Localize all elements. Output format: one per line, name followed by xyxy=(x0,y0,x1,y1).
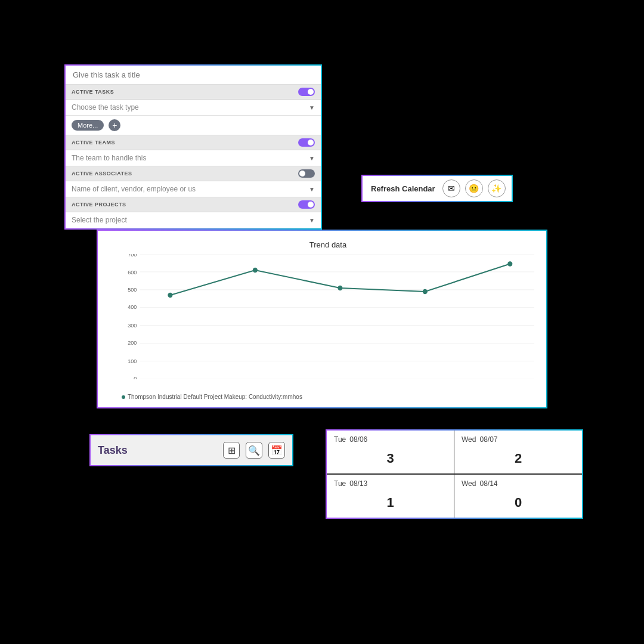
sparkle-icon: ✨ xyxy=(491,184,501,193)
add-button[interactable]: + xyxy=(109,119,120,131)
chart-legend: Thompson Industrial Default Project Make… xyxy=(122,394,302,400)
email-icon-button[interactable]: ✉ xyxy=(442,179,460,197)
associate-text: Name of client, vendor, employee or us xyxy=(72,185,309,193)
calendar-tasks-button[interactable]: 📅 xyxy=(268,442,285,459)
calendar-row-2: Tue 08/13 1 Wed 08/14 0 xyxy=(327,475,582,518)
more-button[interactable]: More... xyxy=(72,120,104,131)
task-title-input[interactable] xyxy=(66,66,321,85)
cal-day-name-wed2: Wed xyxy=(462,479,476,488)
svg-point-16 xyxy=(168,293,172,298)
cal-value-0807: 2 xyxy=(462,444,575,469)
face-icon: 😐 xyxy=(469,184,479,193)
more-row: More... + xyxy=(66,116,321,135)
project-text: Select the project xyxy=(72,216,309,224)
cal-cell-wed-0807: Wed 08/07 2 xyxy=(454,431,582,475)
svg-text:400: 400 xyxy=(128,304,137,310)
trend-chart: 700 600 500 400 300 200 100 0 1/3/2024 1… xyxy=(122,254,534,379)
tasks-panel: Tasks ⊞ 🔍 📅 xyxy=(89,434,293,466)
svg-text:300: 300 xyxy=(128,323,137,329)
calendar-icon: 📅 xyxy=(271,445,283,456)
active-associates-label: ACTIVE ASSOCIATES xyxy=(72,171,298,177)
svg-text:100: 100 xyxy=(128,358,137,364)
cal-day-name-wed1: Wed xyxy=(462,435,476,444)
cal-value-0814: 0 xyxy=(462,488,575,513)
team-arrow-icon: ▼ xyxy=(309,155,315,162)
chart-area: 700 600 500 400 300 200 100 0 1/3/2024 1… xyxy=(122,254,534,379)
svg-text:200: 200 xyxy=(128,340,137,346)
svg-point-17 xyxy=(253,268,258,273)
chart-panel: Trend data 700 600 500 400 300 200 100 0 xyxy=(97,230,547,408)
refresh-calendar-panel: Refresh Calendar ✉ 😐 ✨ xyxy=(361,175,513,202)
search-tasks-button[interactable]: 🔍 xyxy=(246,442,262,459)
search-icon: 🔍 xyxy=(248,445,260,456)
active-projects-toggle[interactable] xyxy=(298,200,315,209)
calendar-header-row-1: Tue 08/06 3 Wed 08/07 2 xyxy=(327,431,582,475)
emoji-icon-button[interactable]: 😐 xyxy=(465,179,483,197)
legend-text: Thompson Industrial Default Project Make… xyxy=(128,394,302,400)
cal-day-name-tue2: Tue xyxy=(334,479,346,488)
cal-cell-tue-0806: Tue 08/06 3 xyxy=(327,431,454,475)
task-type-dropdown-row: Choose the task type ▼ xyxy=(66,100,321,116)
active-tasks-row: ACTIVE TASKS xyxy=(66,85,321,100)
svg-text:0: 0 xyxy=(134,376,137,379)
active-tasks-label: ACTIVE TASKS xyxy=(72,89,298,95)
cal-day-date-0806: 08/06 xyxy=(349,435,367,444)
task-form-panel: ACTIVE TASKS Choose the task type ▼ More… xyxy=(64,64,322,230)
project-arrow-icon: ▼ xyxy=(309,217,315,224)
sparkle-icon-button[interactable]: ✨ xyxy=(488,179,506,197)
active-projects-label: ACTIVE PROJECTS xyxy=(72,202,298,208)
team-text: The team to handle this xyxy=(72,154,309,162)
cal-day-name-tue1: Tue xyxy=(334,435,346,444)
cal-cell-wed-0814: Wed 08/14 0 xyxy=(454,475,582,518)
email-icon: ✉ xyxy=(448,184,455,193)
active-teams-label: ACTIVE TEAMS xyxy=(72,140,298,145)
cal-value-0806: 3 xyxy=(334,444,447,469)
svg-point-19 xyxy=(423,289,428,294)
active-teams-toggle[interactable] xyxy=(298,138,315,147)
task-type-text: Choose the task type xyxy=(72,103,309,112)
active-teams-row: ACTIVE TEAMS xyxy=(66,135,321,150)
cal-day-date-0807: 08/07 xyxy=(479,435,497,444)
add-task-button[interactable]: ⊞ xyxy=(223,442,240,459)
svg-text:700: 700 xyxy=(128,254,137,258)
active-projects-row: ACTIVE PROJECTS xyxy=(66,197,321,212)
chart-title: Trend data xyxy=(122,240,534,249)
associate-arrow-icon: ▼ xyxy=(309,186,315,193)
cal-value-0813: 1 xyxy=(334,488,447,513)
svg-point-18 xyxy=(338,286,342,290)
associate-dropdown-row: Name of client, vendor, employee or us ▼ xyxy=(66,181,321,197)
team-dropdown-row: The team to handle this ▼ xyxy=(66,150,321,166)
cal-day-date-0813: 08/13 xyxy=(349,479,367,488)
cal-day-date-0814: 08/14 xyxy=(479,479,497,488)
svg-point-20 xyxy=(507,261,512,266)
active-associates-toggle[interactable] xyxy=(298,169,315,178)
plus-icon: ⊞ xyxy=(228,445,236,456)
legend-dot-icon xyxy=(122,395,125,399)
svg-text:600: 600 xyxy=(128,269,137,275)
cal-cell-tue-0813: Tue 08/13 1 xyxy=(327,475,454,518)
task-type-arrow-icon: ▼ xyxy=(309,104,315,111)
calendar-grid: Tue 08/06 3 Wed 08/07 2 Tue 08/13 1 Wed … xyxy=(326,429,583,519)
active-tasks-toggle[interactable] xyxy=(298,88,315,96)
refresh-calendar-button[interactable]: Refresh Calendar xyxy=(369,183,438,194)
tasks-label: Tasks xyxy=(98,444,217,457)
svg-text:500: 500 xyxy=(128,287,137,293)
project-dropdown-row: Select the project ▼ xyxy=(66,212,321,228)
active-associates-row: ACTIVE ASSOCIATES xyxy=(66,166,321,181)
